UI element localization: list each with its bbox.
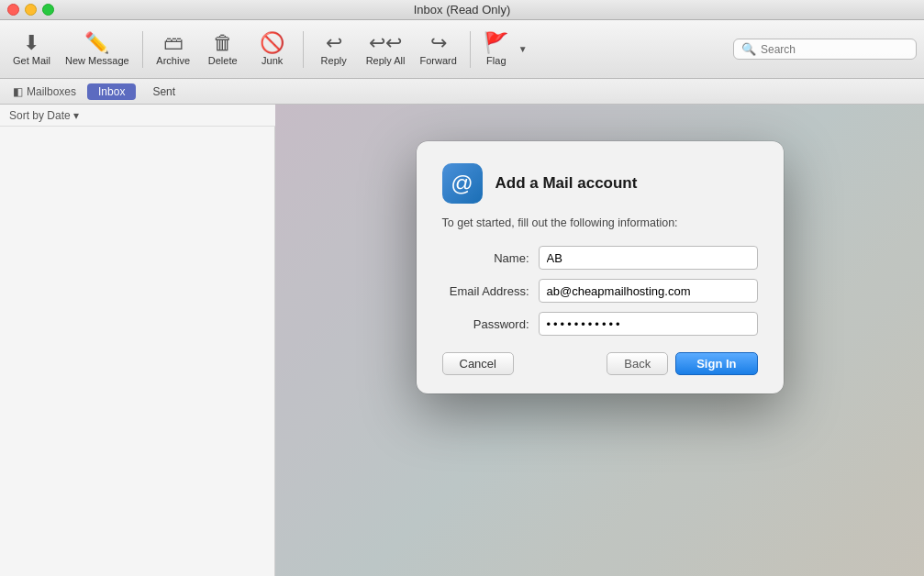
at-sign-icon: @ bbox=[451, 171, 473, 196]
search-input[interactable] bbox=[761, 43, 908, 56]
inbox-tab[interactable]: Inbox bbox=[87, 83, 136, 100]
sidebar-icon: ◧ bbox=[13, 85, 23, 98]
flag-icon: 🚩 bbox=[484, 33, 508, 53]
window-controls bbox=[7, 4, 54, 16]
delete-button[interactable]: 🗑 Delete bbox=[200, 25, 246, 74]
back-button[interactable]: Back bbox=[607, 352, 668, 375]
cancel-button[interactable]: Cancel bbox=[442, 352, 514, 375]
toolbar-separator-3 bbox=[470, 31, 471, 68]
close-button[interactable] bbox=[7, 4, 19, 16]
sent-tab[interactable]: Sent bbox=[141, 83, 186, 100]
nav-bar: ◧ Mailboxes Inbox Sent bbox=[0, 79, 924, 105]
dialog-title: Add a Mail account bbox=[495, 174, 638, 193]
dialog-buttons: Cancel Back Sign In bbox=[442, 352, 758, 375]
sort-label: Sort by Date bbox=[9, 109, 71, 122]
sign-in-button[interactable]: Sign In bbox=[675, 352, 757, 375]
mailboxes-label: Mailboxes bbox=[27, 85, 76, 98]
chevron-down-icon: ▼ bbox=[518, 44, 528, 54]
junk-label: Junk bbox=[262, 55, 283, 66]
email-row: Email Address: bbox=[442, 279, 758, 303]
name-input[interactable] bbox=[539, 246, 758, 270]
toolbar-separator-1 bbox=[142, 31, 143, 68]
archive-button[interactable]: 🗃 Archive bbox=[150, 25, 196, 74]
new-message-button[interactable]: ✏️ New Message bbox=[60, 25, 135, 74]
reply-label: Reply bbox=[321, 55, 347, 66]
new-message-label: New Message bbox=[65, 55, 129, 66]
flag-button[interactable]: 🚩 Flag bbox=[478, 25, 515, 74]
get-mail-label: Get Mail bbox=[13, 55, 50, 66]
delete-label: Delete bbox=[208, 55, 238, 66]
sort-button[interactable]: Sort by Date ▾ bbox=[9, 109, 79, 122]
name-label: Name: bbox=[442, 251, 539, 265]
window-title: Inbox (Read Only) bbox=[414, 3, 511, 17]
email-input[interactable] bbox=[539, 279, 758, 303]
email-label: Email Address: bbox=[442, 284, 539, 298]
mail-account-icon: @ bbox=[442, 163, 483, 204]
password-input[interactable] bbox=[539, 312, 758, 336]
flag-label: Flag bbox=[486, 55, 506, 66]
flag-dropdown-button[interactable]: ▼ bbox=[515, 25, 531, 74]
reply-all-icon: ↩↩ bbox=[369, 33, 402, 53]
delete-icon: 🗑 bbox=[213, 33, 233, 53]
reply-all-button[interactable]: ↩↩ Reply All bbox=[361, 25, 411, 74]
junk-button[interactable]: 🚫 Junk bbox=[250, 25, 295, 74]
dialog-header: @ Add a Mail account bbox=[442, 163, 758, 204]
title-bar: Inbox (Read Only) bbox=[0, 0, 924, 20]
search-container: 🔍 bbox=[733, 39, 917, 60]
get-mail-icon: ⬇ bbox=[23, 33, 39, 53]
flag-group: 🚩 Flag ▼ bbox=[478, 25, 531, 74]
archive-icon: 🗃 bbox=[163, 33, 184, 53]
reply-icon: ↩ bbox=[326, 33, 342, 53]
password-row: Password: bbox=[442, 312, 758, 336]
forward-icon: ↪ bbox=[430, 33, 447, 53]
maximize-button[interactable] bbox=[42, 4, 54, 16]
password-label: Password: bbox=[442, 317, 539, 331]
get-mail-button[interactable]: ⬇ Get Mail bbox=[7, 25, 56, 74]
new-message-icon: ✏️ bbox=[84, 33, 109, 53]
junk-icon: 🚫 bbox=[260, 33, 284, 53]
reply-button[interactable]: ↩ Reply bbox=[311, 25, 357, 74]
sort-bar: Sort by Date ▾ bbox=[0, 105, 275, 127]
minimize-button[interactable] bbox=[25, 4, 37, 16]
content-area: No Message Selected @ Add a Mail account… bbox=[275, 105, 924, 576]
toolbar-separator-2 bbox=[303, 31, 304, 68]
reply-all-label: Reply All bbox=[366, 55, 406, 66]
mailboxes-button[interactable]: ◧ Mailboxes bbox=[7, 83, 82, 100]
button-group-right: Back Sign In bbox=[607, 352, 757, 375]
main-layout: Sort by Date ▾ No Message Selected @ Add… bbox=[0, 105, 924, 576]
add-mail-account-dialog: @ Add a Mail account To get started, fil… bbox=[417, 141, 784, 393]
dialog-overlay: @ Add a Mail account To get started, fil… bbox=[275, 105, 924, 576]
sidebar: Sort by Date ▾ bbox=[0, 105, 275, 576]
forward-label: Forward bbox=[419, 55, 456, 66]
sort-arrow: ▾ bbox=[73, 109, 79, 122]
search-icon: 🔍 bbox=[741, 42, 756, 56]
name-row: Name: bbox=[442, 246, 758, 270]
archive-label: Archive bbox=[156, 55, 190, 66]
toolbar: ⬇ Get Mail ✏️ New Message 🗃 Archive 🗑 De… bbox=[0, 20, 924, 79]
dialog-subtitle: To get started, fill out the following i… bbox=[442, 216, 758, 229]
forward-button[interactable]: ↪ Forward bbox=[414, 25, 462, 74]
